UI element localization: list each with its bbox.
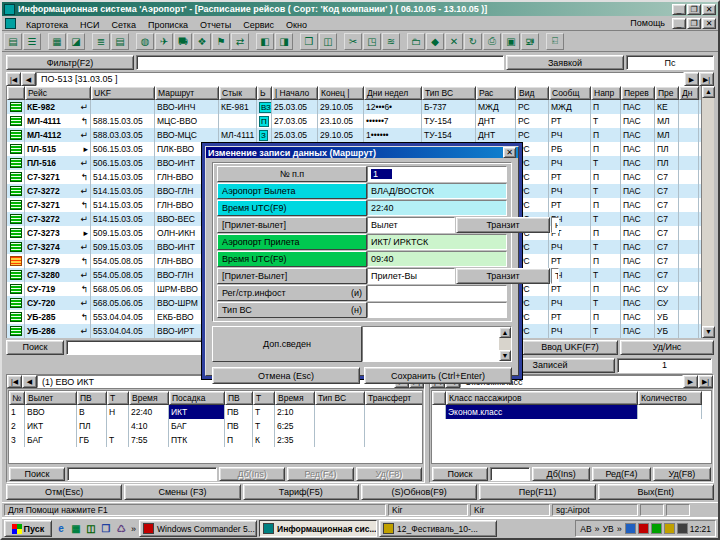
mail-icon[interactable]: ▣: [502, 33, 520, 50]
mdi-close-button[interactable]: ✕: [702, 18, 716, 29]
chevron-icon[interactable]: »: [616, 524, 623, 534]
column-header-2[interactable]: UKF: [91, 86, 155, 100]
vertical-scrollbar[interactable]: ▲ ▼: [701, 86, 714, 338]
function-button-3[interactable]: (S)Обнов(F9): [361, 484, 477, 500]
column-header-8[interactable]: Время: [275, 391, 315, 405]
link-icon[interactable]: ⇄: [231, 33, 249, 50]
filter-button[interactable]: Фильтр(F2): [6, 55, 134, 70]
search-button[interactable]: Поиск: [6, 340, 64, 355]
grid-icon[interactable]: ▦: [48, 33, 66, 50]
class-search-input[interactable]: [490, 467, 530, 481]
flight-number-cell[interactable]: С7-3272↵: [25, 184, 91, 198]
flight-number-cell[interactable]: УБ-285↰: [25, 310, 91, 324]
frame-icon[interactable]: ❒: [300, 33, 318, 50]
flight-number-cell[interactable]: СУ-720↵: [25, 296, 91, 310]
mdi-minimize-button[interactable]: _: [672, 18, 686, 29]
departure-kind-field[interactable]: начальный: [551, 217, 559, 233]
flight-number-cell[interactable]: С7-3279↰: [25, 254, 91, 268]
column-header-16[interactable]: Дн: [679, 86, 699, 100]
table-row[interactable]: МЛ-4111↰588.15.03.05МЦС-ВВОП27.03.0523.1…: [7, 114, 701, 128]
word-icon[interactable]: ❒: [99, 522, 113, 536]
printer-icon[interactable]: ⎙: [483, 33, 501, 50]
class-search-button[interactable]: Поиск: [432, 467, 488, 481]
arrival-transit-button[interactable]: Транзит: [456, 268, 550, 284]
recycle-icon[interactable]: ♺: [114, 522, 128, 536]
truck-icon[interactable]: ❖: [193, 33, 211, 50]
num-field[interactable]: 1: [367, 166, 507, 182]
delete-insert-button[interactable]: Уд/Инс: [620, 340, 714, 355]
chart-icon[interactable]: ◪: [67, 33, 85, 50]
flight-number-cell[interactable]: С7-3273▸: [25, 226, 91, 240]
book-icon[interactable]: ◳: [363, 33, 381, 50]
folder-icon[interactable]: 🗀: [407, 33, 425, 50]
flight-number-cell[interactable]: С7-3280↵: [25, 268, 91, 282]
flight-number-cell[interactable]: С7-3271↰: [25, 198, 91, 212]
departure-time-field[interactable]: 22:40: [367, 200, 507, 216]
card-icon[interactable]: ◨: [275, 33, 293, 50]
flight-number-cell[interactable]: МЛ-4111↰: [25, 114, 91, 128]
chevron-icon[interactable]: »: [594, 524, 601, 534]
exit-icon[interactable]: ⍇: [546, 33, 564, 50]
flight-number-cell[interactable]: УБ-286↵: [25, 324, 91, 338]
column-header-13[interactable]: Напр: [591, 86, 621, 100]
flight-number-cell[interactable]: МЛ-4112↵: [25, 128, 91, 142]
column-header-9[interactable]: Тип ВС: [422, 86, 476, 100]
class-edit-button[interactable]: Ред(F4): [592, 467, 650, 481]
column-header-12[interactable]: Сообщ: [549, 86, 591, 100]
column-header-0[interactable]: [432, 391, 446, 405]
flight-number-cell[interactable]: С7-3272↵: [25, 212, 91, 226]
departure-airport-field[interactable]: ВЛАД/ВОСТОК: [367, 183, 507, 199]
ukf-entry-button[interactable]: Ввод UKF(F7): [522, 340, 618, 355]
column-header-10[interactable]: Трансферт: [365, 391, 423, 405]
class-delete-button[interactable]: Уд(F8): [653, 467, 711, 481]
column-header-7[interactable]: Т: [253, 391, 275, 405]
close-button[interactable]: ✕: [702, 4, 716, 15]
column-header-11[interactable]: Вид: [516, 86, 549, 100]
class-nav-last-button[interactable]: ▶|: [698, 375, 713, 388]
flight-number-cell[interactable]: ПЛ-516↵: [25, 156, 91, 170]
tray-icon-3[interactable]: [664, 523, 675, 534]
column-header-15[interactable]: Пре: [655, 86, 679, 100]
percent-icon[interactable]: ✕: [445, 33, 463, 50]
column-header-0[interactable]: №: [9, 391, 25, 405]
zayavka-button[interactable]: Заявкой: [506, 55, 624, 70]
task-button-1[interactable]: Информационная сис...: [259, 520, 377, 537]
column-header-5[interactable]: Посадка: [169, 391, 225, 405]
schedule-icon[interactable]: ▤: [4, 33, 22, 50]
column-header-0[interactable]: [7, 86, 25, 100]
column-header-6[interactable]: | Начало: [272, 86, 318, 100]
route-nav-prev-button[interactable]: ◀: [22, 375, 37, 388]
route-add-button[interactable]: Дб(Ins): [219, 467, 285, 481]
table-row[interactable]: 3БАГГБТ7:55ПТКПК2:35: [9, 433, 422, 447]
nav-next-button[interactable]: ▶: [684, 72, 699, 86]
arrival-kind-field[interactable]: Транзитный: [551, 268, 559, 284]
task-button-0[interactable]: Windows Commander 5...: [139, 520, 257, 537]
menu-item-0[interactable]: Картотека: [20, 19, 74, 31]
flight-number-cell[interactable]: КЕ-982↵: [25, 100, 91, 114]
table-row[interactable]: КЕ-982↵ВВО-ИНЧКЕ-981ВЗ25.03.0529.10.0512…: [7, 100, 701, 114]
column-header-6[interactable]: ПВ: [225, 391, 253, 405]
function-button-1[interactable]: Смены (F3): [124, 484, 240, 500]
route-search-button[interactable]: Поиск: [9, 467, 65, 481]
column-header-1[interactable]: Рейс: [25, 86, 91, 100]
class-nav-next-button[interactable]: ▶: [683, 375, 698, 388]
arrival-time-field[interactable]: 09:40: [367, 251, 507, 267]
tray-icon-0[interactable]: [625, 523, 636, 534]
column-header-4[interactable]: Стык: [219, 86, 257, 100]
mdi-child-icon[interactable]: [5, 18, 16, 29]
column-header-14[interactable]: Перев: [621, 86, 655, 100]
nav-first-button[interactable]: |◀: [6, 72, 21, 86]
column-header-8[interactable]: Дни недел: [364, 86, 422, 100]
column-header-9[interactable]: Тип ВС: [315, 391, 365, 405]
lang-indicator-2[interactable]: УВ: [603, 524, 614, 534]
table-row[interactable]: Эконом.класс: [432, 405, 711, 419]
menu-item-2[interactable]: Сетка: [106, 19, 142, 31]
mdi-restore-button[interactable]: ❐: [687, 18, 701, 29]
dialog-close-icon[interactable]: ✕: [503, 147, 516, 158]
scroll-up-icon[interactable]: ▲: [499, 327, 511, 338]
departure-type-field[interactable]: Вылет: [367, 217, 455, 233]
screen-icon[interactable]: 🖳: [521, 33, 539, 50]
minimize-button[interactable]: _: [672, 4, 686, 15]
aircraft-type-field[interactable]: [367, 302, 507, 318]
desktop-icon[interactable]: ▦: [69, 522, 83, 536]
